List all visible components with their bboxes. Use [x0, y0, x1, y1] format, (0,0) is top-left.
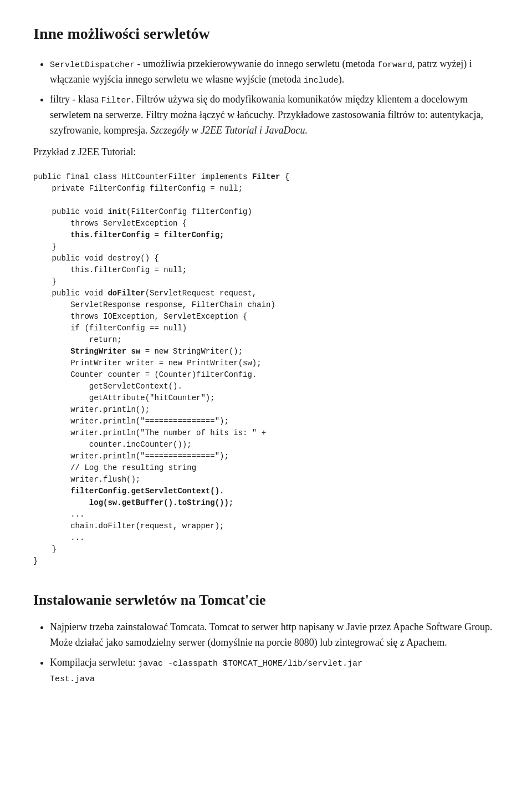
section2-title: Instalowanie serwletów na Tomcat'cie [33, 589, 499, 611]
code-line: public final class HitCounterFilter impl… [33, 172, 289, 565]
s2-bullet1-text: Najpierw trzeba zainstalować Tomcata. To… [50, 621, 493, 648]
s2-bullet2-test: Test.java [50, 672, 95, 683]
test-java-code: Test.java [50, 675, 95, 684]
italic-reference: Szczegóły w J2EE Tutorial i JavaDocu. [150, 125, 308, 136]
list-item: Najpierw trzeba zainstalować Tomcata. To… [50, 620, 499, 651]
list-item: ServletDispatcher - umożliwia przekierow… [50, 57, 499, 88]
bullet1-text: ServletDispatcher - umożliwia przekierow… [50, 58, 472, 85]
code-block: public final class HitCounterFilter impl… [33, 171, 499, 567]
page-title: Inne możliwości serwletów [33, 22, 499, 45]
list-item: filtry - klasa Filter. Filtrów używa się… [50, 92, 499, 139]
bullets-list-1: ServletDispatcher - umożliwia przekierow… [50, 57, 499, 138]
example-label: Przykład z J2EE Tutorial: [33, 145, 499, 160]
filter-code: Filter [101, 96, 131, 105]
forward-code: forward [377, 60, 412, 70]
compile-command-code: javac -classpath $TOMCAT_HOME/lib/servle… [138, 659, 362, 668]
list-item: Kompilacja serwletu: javac -classpath $T… [50, 655, 499, 686]
bullet2-text: filtry - klasa Filter. Filtrów używa się… [50, 94, 483, 136]
s2-bullet2-text: Kompilacja serwletu: javac -classpath $T… [50, 657, 362, 668]
bullets-list-2: Najpierw trzeba zainstalować Tomcata. To… [50, 620, 499, 686]
include-code: include [304, 76, 339, 85]
servlet-dispatcher-code: ServletDispatcher [50, 60, 135, 70]
